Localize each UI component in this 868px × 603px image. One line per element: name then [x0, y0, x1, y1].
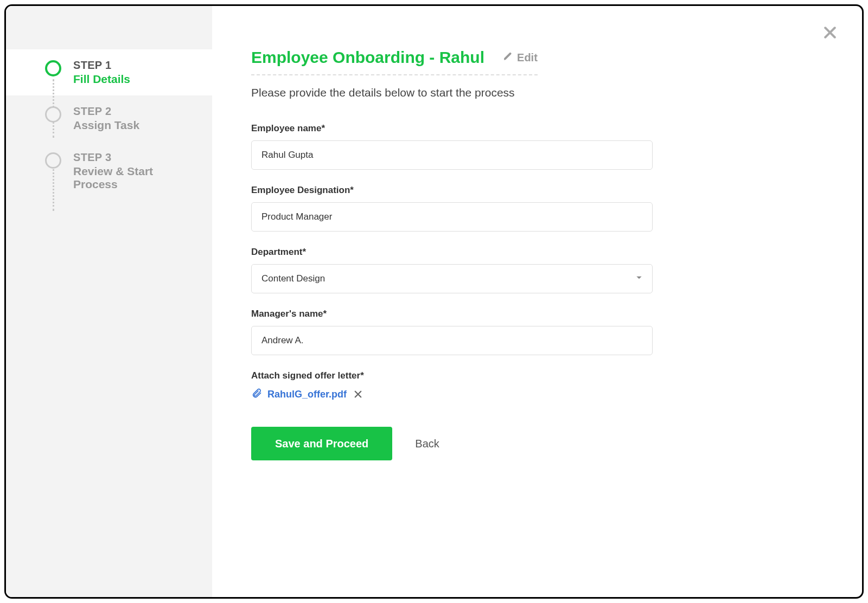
- step-number: STEP 2: [73, 105, 139, 118]
- manager-label: Manager's name*: [251, 309, 653, 319]
- attachment-filename[interactable]: RahulG_offer.pdf: [267, 389, 347, 400]
- close-icon[interactable]: [822, 24, 838, 41]
- step-label: Fill Details: [73, 73, 130, 86]
- department-label: Department*: [251, 247, 653, 258]
- designation-input[interactable]: [251, 202, 653, 232]
- save-proceed-button[interactable]: Save and Proceed: [251, 427, 392, 460]
- back-button[interactable]: Back: [415, 438, 439, 450]
- modal-frame: STEP 1 Fill Details STEP 2 Assign Task S…: [4, 4, 864, 599]
- field-attachment: Attach signed offer letter* RahulG_offer…: [251, 370, 653, 401]
- employee-name-label: Employee name*: [251, 123, 653, 134]
- page-title: Employee Onboarding - Rahul: [251, 48, 484, 67]
- page-subtitle: Please provide the details below to star…: [251, 86, 819, 99]
- wizard-step-review-start[interactable]: STEP 3 Review & Start Process: [6, 142, 212, 201]
- main-content: Employee Onboarding - Rahul Edit Please …: [212, 6, 862, 597]
- step-label: Assign Task: [73, 119, 139, 132]
- department-select[interactable]: Content Design: [251, 264, 653, 293]
- employee-name-input[interactable]: [251, 140, 653, 170]
- onboarding-form: Employee name* Employee Designation* Dep…: [251, 123, 653, 401]
- edit-label: Edit: [517, 52, 538, 64]
- designation-label: Employee Designation*: [251, 185, 653, 196]
- wizard-sidebar: STEP 1 Fill Details STEP 2 Assign Task S…: [6, 6, 212, 597]
- step-number: STEP 3: [73, 151, 197, 164]
- step-label: Review & Start Process: [73, 165, 197, 191]
- field-employee-designation: Employee Designation*: [251, 185, 653, 232]
- wizard-step-fill-details[interactable]: STEP 1 Fill Details: [6, 49, 212, 95]
- page-header: Employee Onboarding - Rahul Edit: [251, 48, 538, 75]
- pencil-icon: [503, 52, 513, 64]
- step-number: STEP 1: [73, 59, 130, 72]
- field-manager-name: Manager's name*: [251, 309, 653, 355]
- department-selected-value: Content Design: [261, 273, 325, 284]
- edit-title-button[interactable]: Edit: [503, 52, 538, 64]
- manager-input[interactable]: [251, 326, 653, 355]
- field-employee-name: Employee name*: [251, 123, 653, 170]
- step-indicator-icon: [45, 60, 61, 76]
- paperclip-icon: [251, 388, 262, 401]
- field-department: Department* Content Design: [251, 247, 653, 293]
- attachment-label: Attach signed offer letter*: [251, 370, 653, 381]
- form-actions: Save and Proceed Back: [251, 427, 819, 460]
- remove-attachment-icon[interactable]: [353, 389, 363, 399]
- step-indicator-icon: [45, 152, 61, 169]
- step-indicator-icon: [45, 106, 61, 123]
- wizard-step-assign-task[interactable]: STEP 2 Assign Task: [6, 95, 212, 142]
